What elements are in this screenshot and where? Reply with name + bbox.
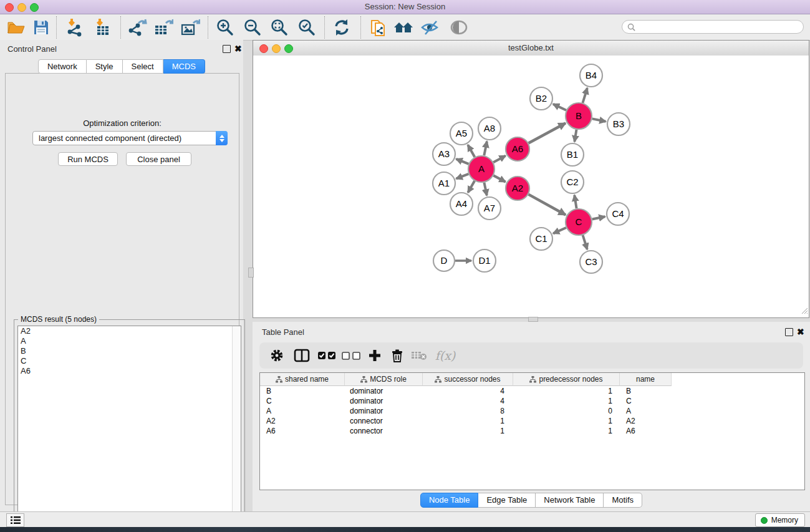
main-titlebar[interactable]: Session: New Session bbox=[0, 0, 810, 14]
column-header-name[interactable]: name bbox=[620, 373, 672, 386]
node-B1[interactable]: B1 bbox=[561, 143, 584, 166]
mcds-result-list[interactable]: A2ABCA6 bbox=[17, 326, 241, 530]
edge-A-A8[interactable] bbox=[484, 142, 487, 156]
node-A7[interactable]: A7 bbox=[478, 197, 501, 220]
tab-node-table[interactable]: Node Table bbox=[420, 493, 479, 508]
table-row[interactable]: A6connector11A6 bbox=[260, 426, 804, 436]
column-header-MCDS-role[interactable]: MCDS role bbox=[345, 373, 423, 386]
edge-A6-B[interactable] bbox=[529, 123, 566, 143]
node-C1[interactable]: C1 bbox=[530, 228, 552, 250]
table-cell[interactable]: connector bbox=[345, 427, 423, 435]
reset-layout-icon[interactable] bbox=[393, 17, 415, 38]
node-A6[interactable]: A6 bbox=[506, 137, 529, 161]
table-cell[interactable]: dominator bbox=[345, 407, 423, 415]
edge-A-A4[interactable] bbox=[468, 181, 475, 193]
close-panel-button[interactable]: Close panel bbox=[126, 152, 191, 166]
select-all-checkboxes-icon[interactable] bbox=[317, 342, 338, 369]
list-item[interactable]: A6 bbox=[18, 366, 241, 376]
task-history-button[interactable] bbox=[6, 513, 24, 527]
network-view-window[interactable]: testGlobe.txt B4B2BB3A5A8A6B1A3AA1C2A4A7… bbox=[253, 40, 809, 318]
edge-A-A7[interactable] bbox=[484, 183, 486, 196]
edge-B-B4[interactable] bbox=[582, 88, 587, 103]
table-cell[interactable]: 4 bbox=[423, 387, 513, 395]
table-cell[interactable]: A6 bbox=[620, 427, 672, 435]
table-cell[interactable]: A2 bbox=[260, 417, 345, 425]
node-A1[interactable]: A1 bbox=[433, 172, 455, 195]
tab-mcds[interactable]: MCDS bbox=[163, 59, 205, 74]
table-cell[interactable]: dominator bbox=[345, 387, 423, 395]
table-cell[interactable]: 1 bbox=[513, 387, 620, 395]
search-input[interactable] bbox=[638, 22, 803, 32]
table-row[interactable]: A2connector11A2 bbox=[260, 416, 804, 426]
hide-panel-icon[interactable] bbox=[419, 17, 441, 38]
export-image-icon[interactable] bbox=[179, 17, 201, 38]
table-cell[interactable]: B bbox=[620, 387, 672, 395]
table-cell[interactable]: A bbox=[260, 407, 345, 415]
list-item[interactable]: B bbox=[18, 346, 241, 356]
edge-B-B3[interactable] bbox=[592, 118, 606, 121]
network-canvas[interactable]: B4B2BB3A5A8A6B1A3AA1C2A4A7A2C4CC1C3DD1 bbox=[253, 56, 809, 317]
network-graph[interactable]: B4B2BB3A5A8A6B1A3AA1C2A4A7A2C4CC1C3DD1 bbox=[253, 56, 809, 317]
zoom-in-icon[interactable] bbox=[214, 17, 236, 38]
splitter-handle-vertical[interactable] bbox=[248, 268, 254, 278]
splitter-handle-horizontal[interactable] bbox=[528, 317, 538, 322]
tab-select[interactable]: Select bbox=[123, 59, 163, 74]
table-cell[interactable]: A2 bbox=[620, 417, 672, 425]
tab-network[interactable]: Network bbox=[38, 59, 87, 74]
column-header-shared-name[interactable]: shared name bbox=[260, 373, 345, 386]
node-A[interactable]: A bbox=[468, 156, 494, 182]
memory-button[interactable]: Memory bbox=[755, 513, 805, 527]
table-cell[interactable]: 8 bbox=[423, 407, 513, 415]
table-cell[interactable]: A6 bbox=[260, 427, 345, 435]
open-folder-icon[interactable] bbox=[5, 17, 27, 38]
table-cell[interactable]: 1 bbox=[513, 427, 620, 435]
deselect-all-checkboxes-icon[interactable] bbox=[340, 342, 362, 369]
edge-C-C1[interactable] bbox=[553, 228, 566, 233]
node-B3[interactable]: B3 bbox=[607, 113, 630, 135]
table-cell[interactable]: B bbox=[260, 387, 345, 395]
close-table-panel-icon[interactable]: ✖ bbox=[797, 329, 804, 336]
table-cell[interactable]: 1 bbox=[513, 417, 620, 425]
save-session-icon[interactable] bbox=[30, 17, 52, 38]
edge-A-A1[interactable] bbox=[456, 174, 469, 179]
function-builder-icon[interactable]: f(x) bbox=[432, 342, 459, 369]
table-row[interactable]: Adominator80A bbox=[260, 406, 804, 416]
add-column-icon[interactable] bbox=[364, 342, 385, 369]
float-panel-icon[interactable] bbox=[223, 45, 231, 53]
edge-B-B2[interactable] bbox=[553, 104, 566, 110]
tab-network-table[interactable]: Network Table bbox=[536, 493, 604, 508]
table-cell[interactable]: C bbox=[260, 397, 345, 405]
table-cell[interactable]: dominator bbox=[345, 397, 423, 405]
delete-column-trash-icon[interactable] bbox=[388, 342, 407, 369]
float-table-panel-icon[interactable] bbox=[785, 328, 793, 336]
table-cell[interactable]: 4 bbox=[423, 397, 513, 405]
list-item[interactable]: A bbox=[18, 336, 241, 346]
edge-A-A2[interactable] bbox=[493, 175, 505, 181]
node-A5[interactable]: A5 bbox=[450, 122, 473, 145]
table-cell[interactable]: C bbox=[620, 397, 672, 405]
tab-motifs[interactable]: Motifs bbox=[604, 493, 642, 508]
import-table-icon[interactable] bbox=[92, 17, 114, 38]
toolbar-search-field[interactable] bbox=[622, 20, 804, 34]
node-C[interactable]: C bbox=[566, 209, 592, 235]
edge-A-A3[interactable] bbox=[456, 159, 468, 164]
node-C2[interactable]: C2 bbox=[561, 171, 584, 193]
table-cell[interactable]: A bbox=[620, 407, 672, 415]
zoom-out-icon[interactable] bbox=[241, 17, 264, 38]
edge-C-C4[interactable] bbox=[592, 216, 605, 219]
table-cell[interactable]: 1 bbox=[423, 417, 513, 425]
table-cell[interactable]: connector bbox=[345, 417, 423, 425]
node-D[interactable]: D bbox=[433, 250, 455, 271]
run-mcds-button[interactable]: Run MCDS bbox=[58, 152, 118, 166]
table-row[interactable]: Cdominator41C bbox=[260, 396, 804, 406]
node-A8[interactable]: A8 bbox=[478, 117, 501, 140]
column-header-successor-nodes[interactable]: successor nodes bbox=[423, 373, 513, 386]
node-C4[interactable]: C4 bbox=[607, 203, 629, 225]
optimization-criterion-select[interactable]: largest connected component (directed) bbox=[32, 131, 228, 145]
import-network-icon[interactable] bbox=[64, 17, 86, 38]
edge-A-A5[interactable] bbox=[468, 145, 475, 157]
edge-A2-C[interactable] bbox=[529, 195, 566, 215]
node-B4[interactable]: B4 bbox=[580, 64, 602, 87]
table-cell[interactable]: 0 bbox=[513, 407, 620, 415]
node-table[interactable]: shared nameMCDS rolesuccessor nodesprede… bbox=[259, 372, 805, 490]
